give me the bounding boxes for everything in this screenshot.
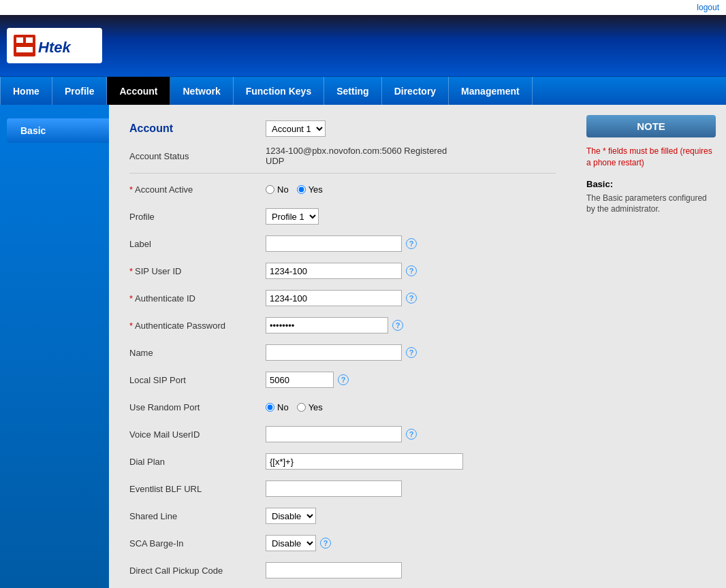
local-sip-port-row: Local SIP Port ? — [129, 370, 556, 390]
account-status-line1: 1234-100@pbx.novofon.com:5060 Registered — [266, 146, 447, 156]
divider1 — [129, 173, 556, 174]
account-status-value: 1234-100@pbx.novofon.com:5060 Registered… — [266, 146, 447, 166]
authenticate-password-help-icon[interactable]: ? — [392, 320, 403, 331]
account-active-row: * Account Active No Yes — [129, 179, 556, 199]
authenticate-password-input[interactable] — [266, 317, 388, 333]
sidebar: Basic — [0, 105, 109, 588]
nav-setting[interactable]: Setting — [324, 77, 381, 105]
nav-function-keys[interactable]: Function Keys — [234, 77, 324, 105]
label-input[interactable] — [266, 235, 402, 252]
sip-user-id-input[interactable] — [266, 263, 402, 279]
sidebar-tab-basic[interactable]: Basic — [7, 118, 109, 143]
authenticate-id-row: * Authenticate ID ? — [129, 288, 556, 308]
account-active-yes-radio[interactable] — [297, 185, 306, 194]
dial-plan-label: Dial Plan — [129, 457, 266, 467]
random-port-no-radio[interactable] — [266, 403, 274, 412]
account-active-yes-label: Yes — [309, 184, 323, 195]
profile-control: Profile 1 Profile 2 Profile 3 Profile 4 — [266, 208, 319, 225]
sip-user-id-control: ? — [266, 263, 417, 279]
local-sip-port-help-icon[interactable]: ? — [338, 374, 349, 385]
label-row: Label ? — [129, 233, 556, 254]
note-required-text: The * fields must be filled (requires a … — [586, 146, 716, 169]
direct-call-pickup-label: Direct Call Pickup Code — [129, 566, 266, 576]
voicemail-userid-row: Voice Mail UserID ? — [129, 424, 556, 444]
sip-user-id-label: * SIP User ID — [129, 266, 266, 276]
profile-label: Profile — [129, 212, 266, 222]
shared-line-label: Shared Line — [129, 511, 266, 521]
authenticate-password-label: * Authenticate Password — [129, 321, 266, 331]
dial-plan-input[interactable] — [266, 453, 463, 470]
form-title: Account — [129, 122, 266, 135]
authenticate-password-control: ? — [266, 317, 403, 333]
random-port-no[interactable]: No — [266, 402, 289, 412]
random-port-yes-label: Yes — [309, 402, 323, 412]
account-select-control: Account 1 Account 2 Account 3 Account 4 … — [266, 120, 326, 137]
eventlist-blf-url-control — [266, 480, 402, 497]
logout-link[interactable]: logout — [697, 3, 719, 12]
shared-line-row: Shared Line Disable Enable — [129, 506, 556, 526]
profile-row: Profile Profile 1 Profile 2 Profile 3 Pr… — [129, 206, 556, 227]
authenticate-id-label: * Authenticate ID — [129, 293, 266, 304]
authenticate-id-help-icon[interactable]: ? — [406, 293, 417, 304]
name-label: Name — [129, 348, 266, 358]
profile-select[interactable]: Profile 1 Profile 2 Profile 3 Profile 4 — [266, 208, 319, 225]
account-active-no[interactable]: No — [266, 184, 289, 195]
nav-profile[interactable]: Profile — [52, 77, 108, 105]
account-active-control: No Yes — [266, 184, 323, 195]
name-input[interactable] — [266, 344, 402, 361]
sip-user-id-help-icon[interactable]: ? — [406, 265, 417, 276]
direct-call-pickup-input[interactable] — [266, 562, 402, 578]
required-star2: * — [129, 266, 133, 276]
dial-plan-row: Dial Plan — [129, 451, 556, 472]
svg-rect-3 — [16, 47, 33, 52]
note-header: NOTE — [586, 115, 716, 137]
note-basic-title: Basic: — [586, 179, 716, 189]
account-active-no-label: No — [277, 184, 289, 195]
direct-call-pickup-control — [266, 562, 402, 578]
sca-barge-in-label: SCA Barge-In — [129, 538, 266, 549]
logo: Htek — [7, 28, 102, 63]
use-random-port-label: Use Random Port — [129, 402, 266, 412]
content-area: Account Account 1 Account 2 Account 3 Ac… — [109, 105, 576, 588]
voicemail-userid-input[interactable] — [266, 426, 402, 442]
sca-barge-in-help-icon[interactable]: ? — [320, 538, 331, 549]
note-panel: NOTE The * fields must be filled (requir… — [576, 105, 726, 588]
shared-line-select[interactable]: Disable Enable — [266, 508, 316, 524]
local-sip-port-control: ? — [266, 372, 349, 388]
account-active-no-radio[interactable] — [266, 185, 274, 194]
local-sip-port-label: Local SIP Port — [129, 375, 266, 385]
sca-barge-in-control: Disable Enable ? — [266, 535, 331, 551]
eventlist-blf-url-input[interactable] — [266, 480, 402, 497]
local-sip-port-input[interactable] — [266, 372, 334, 388]
nav-management[interactable]: Management — [449, 77, 533, 105]
label-field-label: Label — [129, 239, 266, 249]
voicemail-userid-help-icon[interactable]: ? — [406, 429, 417, 440]
required-star: * — [129, 184, 133, 195]
random-port-yes[interactable]: Yes — [297, 402, 323, 412]
nav-directory[interactable]: Directory — [382, 77, 449, 105]
nav-home[interactable]: Home — [0, 77, 52, 105]
account-active-yes[interactable]: Yes — [297, 184, 323, 195]
random-port-no-label: No — [277, 402, 289, 412]
sca-barge-in-row: SCA Barge-In Disable Enable ? — [129, 533, 556, 553]
sidebar-tab-basic-label: Basic — [20, 125, 46, 136]
account-status-label: Account Status — [129, 151, 266, 161]
random-port-yes-radio[interactable] — [297, 403, 306, 412]
eventlist-blf-url-label: Eventlist BLF URL — [129, 484, 266, 494]
sca-barge-in-select[interactable]: Disable Enable — [266, 535, 316, 551]
account-select[interactable]: Account 1 Account 2 Account 3 Account 4 … — [266, 120, 326, 137]
eventlist-blf-url-row: Eventlist BLF URL — [129, 478, 556, 499]
form-title-row: Account Account 1 Account 2 Account 3 Ac… — [129, 118, 556, 139]
voicemail-userid-label: Voice Mail UserID — [129, 429, 266, 440]
authenticate-password-row: * Authenticate Password ? — [129, 315, 556, 336]
name-help-icon[interactable]: ? — [406, 347, 417, 358]
nav-network[interactable]: Network — [170, 77, 233, 105]
required-star3: * — [129, 293, 133, 304]
authenticate-id-input[interactable] — [266, 290, 402, 306]
nav-account[interactable]: Account — [107, 77, 170, 105]
use-random-port-control: No Yes — [266, 402, 323, 412]
logo-svg: Htek — [14, 32, 95, 59]
label-help-icon[interactable]: ? — [406, 238, 417, 249]
svg-rect-2 — [26, 37, 33, 43]
header: Htek — [0, 15, 726, 76]
